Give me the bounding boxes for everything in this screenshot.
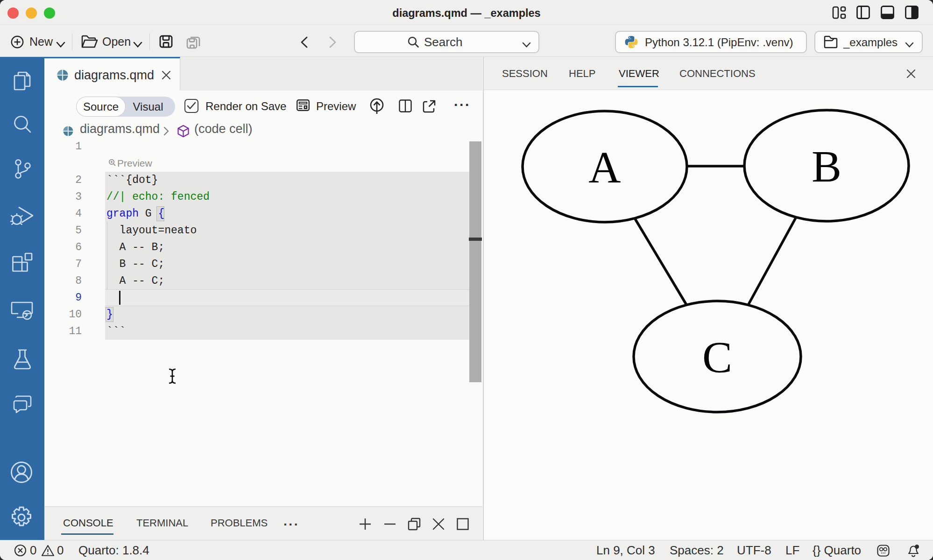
svg-text:B: B [812,141,841,191]
svg-text:A: A [588,142,621,192]
svg-text:C: C [702,332,732,382]
